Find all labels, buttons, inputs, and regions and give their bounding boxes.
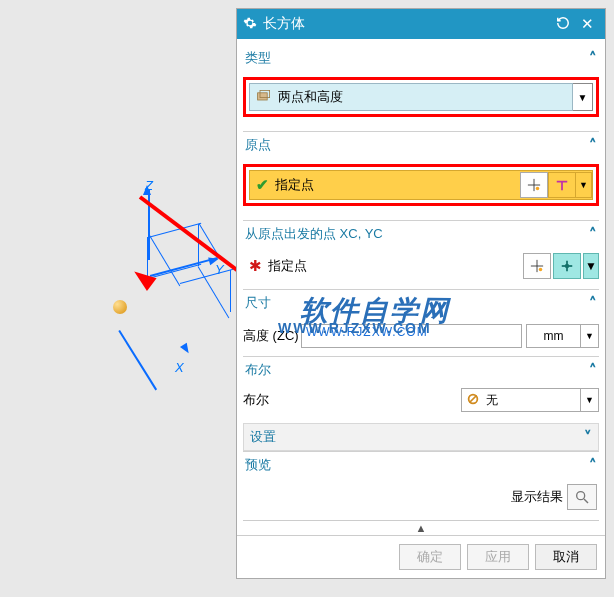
type-highlight: 两点和高度 ▼ [243, 77, 599, 117]
origin-spec-label: 指定点 [275, 176, 314, 194]
bool-selected: 无 [486, 392, 498, 409]
unit-dropdown-arrow[interactable]: ▼ [581, 324, 599, 348]
section-size-header[interactable]: 尺寸 ˄ [243, 289, 599, 316]
type-dropdown[interactable]: 两点和高度 [249, 83, 573, 111]
origin-handle[interactable] [113, 300, 127, 314]
collapse-up-handle[interactable]: ▲ [243, 520, 599, 535]
chevron-up-icon: ˄ [589, 361, 597, 379]
axis-x-label: X [175, 360, 184, 375]
chevron-down-icon: ˅ [584, 428, 592, 446]
type-dropdown-arrow[interactable]: ▼ [573, 83, 593, 111]
axis-y-line [150, 257, 218, 277]
chevron-up-icon: ˄ [589, 136, 597, 154]
svg-line-12 [470, 395, 477, 402]
reset-icon[interactable] [551, 16, 575, 33]
chevron-up-icon: ˄ [589, 456, 597, 474]
svg-point-7 [539, 268, 543, 272]
type-selected: 两点和高度 [278, 88, 343, 106]
axis-y-label: Y [215, 262, 224, 277]
axis-z-label: Z [145, 178, 153, 193]
show-result-label: 显示结果 [511, 488, 563, 506]
ok-button[interactable]: 确定 [399, 544, 461, 570]
chevron-up-icon: ˄ [589, 225, 597, 243]
show-result-button[interactable] [567, 484, 597, 510]
section-settings-header[interactable]: 设置 ˅ [243, 423, 599, 451]
svg-point-10 [565, 264, 569, 268]
section-bool-header[interactable]: 布尔 ˄ [243, 356, 599, 383]
svg-line-14 [584, 499, 588, 503]
axis-x-line [118, 330, 157, 390]
origin-specify-point-row[interactable]: ✔ 指定点 ▼ [249, 170, 593, 200]
gear-icon [243, 16, 257, 33]
section-settings-label: 设置 [250, 428, 276, 446]
cancel-button[interactable]: 取消 [535, 544, 597, 570]
check-icon: ✔ [256, 176, 269, 194]
block-type-icon [256, 89, 272, 106]
origin-highlight: ✔ 指定点 ▼ [243, 164, 599, 206]
unit-select[interactable]: mm [526, 324, 581, 348]
height-input[interactable]: WWW.RJZXW.COM [301, 324, 522, 348]
point-dialog-button[interactable] [553, 253, 581, 279]
dialog-title: 长方体 [263, 15, 305, 33]
point-constructor-button[interactable] [520, 172, 548, 198]
svg-rect-0 [258, 92, 268, 99]
point-dialog-dropdown[interactable]: ▼ [583, 253, 599, 279]
section-fromorigin-header[interactable]: 从原点出发的点 XC, YC ˄ [243, 220, 599, 247]
fromorigin-specify-point-row[interactable]: ✱ 指定点 ▼ [243, 251, 599, 281]
required-star-icon: ✱ [249, 257, 262, 275]
inferred-point-dropdown[interactable]: ▼ [576, 172, 592, 198]
section-preview-label: 预览 [245, 456, 271, 474]
dialog-footer: 确定 应用 取消 [237, 535, 605, 578]
annotation-arrow-head [129, 265, 156, 291]
bool-select[interactable]: 无 [461, 388, 581, 412]
axis-x-arrow [180, 343, 192, 356]
bool-dropdown-arrow[interactable]: ▼ [581, 388, 599, 412]
apply-button[interactable]: 应用 [467, 544, 529, 570]
close-icon[interactable]: ✕ [575, 15, 599, 33]
svg-point-13 [577, 492, 585, 500]
none-icon [466, 392, 480, 409]
section-origin-label: 原点 [245, 136, 271, 154]
viewport-3d[interactable]: Z Y X [0, 0, 235, 597]
inferred-point-button[interactable] [548, 172, 576, 198]
section-fromorigin-label: 从原点出发的点 XC, YC [245, 225, 383, 243]
svg-point-4 [536, 187, 540, 191]
chevron-up-icon: ˄ [589, 294, 597, 312]
bool-field-label: 布尔 [243, 391, 461, 409]
block-dialog: 长方体 ✕ 类型 ˄ 两点和高度 ▼ [236, 8, 606, 579]
section-preview-header[interactable]: 预览 ˄ [243, 451, 599, 478]
dialog-titlebar[interactable]: 长方体 ✕ [237, 9, 605, 39]
section-type-label: 类型 [245, 49, 271, 67]
section-bool-label: 布尔 [245, 361, 271, 379]
chevron-up-icon: ˄ [589, 49, 597, 67]
section-size-label: 尺寸 [245, 294, 271, 312]
point-constructor-button-2[interactable] [523, 253, 551, 279]
height-label: 高度 (ZC) [243, 327, 301, 345]
fromorigin-spec-label: 指定点 [268, 257, 307, 275]
section-origin-header[interactable]: 原点 ˄ [243, 131, 599, 158]
section-type-header[interactable]: 类型 ˄ [243, 45, 599, 71]
